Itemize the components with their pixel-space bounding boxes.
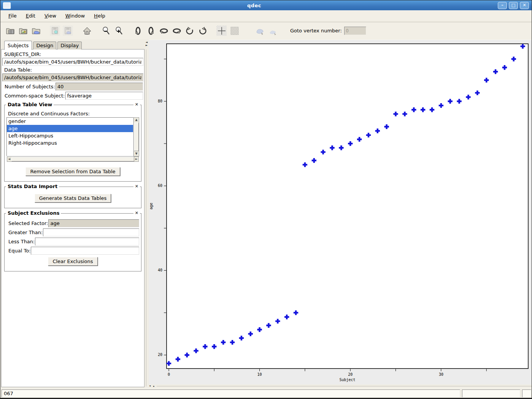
stats-data-import-close-icon[interactable]: ✕ — [133, 184, 140, 189]
subject-exclusions-title: Subject Exclusions — [6, 210, 61, 216]
scroll-down-icon[interactable]: ▼ — [134, 152, 138, 156]
scroll-up-icon[interactable]: ▲ — [134, 118, 138, 122]
subject-exclusions-group: Subject Exclusions ✕ Selected Factor: Gr… — [4, 213, 141, 271]
factors-listwrap: genderageLeft-HippocampusRight-Hippocamp… — [6, 117, 139, 162]
close-button[interactable]: ✕ — [520, 2, 529, 9]
y-tick-label: 80 — [158, 99, 162, 103]
qdec-window: qdec – □ ✕ FileEditViewWindowHelp — [0, 0, 532, 399]
factors-hscrollbar[interactable]: ◄ ► — [7, 156, 139, 162]
less-than-input[interactable] — [35, 238, 139, 246]
statusbar: 067 — [0, 388, 532, 398]
subjects-dir-input[interactable] — [2, 58, 143, 66]
window-controls: – □ ✕ — [498, 2, 529, 9]
selected-factor-input — [48, 219, 139, 227]
plot-area[interactable] — [167, 44, 528, 369]
hscroll-thumb[interactable] — [11, 157, 134, 161]
home-reset-view-icon[interactable] — [82, 26, 92, 36]
menu-view[interactable]: View — [41, 11, 60, 20]
y-tick-label: 40 — [158, 268, 162, 272]
x-tick-label: 0 — [168, 372, 170, 377]
subjects-dir-label: SUBJECTS_DIR: — [4, 51, 141, 57]
y-tick-label: 20 — [158, 353, 162, 357]
crosshair-pick-icon[interactable] — [216, 26, 227, 36]
status-message: 067 — [2, 389, 460, 397]
rotate-right-icon[interactable] — [172, 26, 182, 36]
show-curvature-icon — [254, 26, 265, 36]
splitter-collapse-right-icon[interactable]: ► — [146, 44, 148, 47]
greater-than-label: Greater Than: — [8, 230, 43, 235]
greater-than-input[interactable] — [43, 228, 139, 236]
menubar: FileEditViewWindowHelp — [0, 10, 532, 22]
show-overlay-icon — [267, 26, 278, 36]
equal-to-input[interactable] — [31, 247, 139, 255]
list-item-factor-right-hippocampus[interactable]: Right-Hippocampus — [7, 139, 133, 147]
zoom-out-icon[interactable] — [101, 26, 111, 36]
x-tick-label: 30 — [439, 372, 443, 377]
splitter-groove — [157, 386, 532, 387]
open-data-table-icon[interactable] — [5, 26, 15, 36]
subject-exclusions-close-icon[interactable]: ✕ — [133, 211, 140, 215]
factors-label: Discrete and Continuous Factors: — [8, 111, 138, 117]
factors-vscrollbar[interactable]: ▲ ▼ — [133, 117, 139, 156]
goto-vertex-input[interactable] — [344, 27, 366, 35]
data-table-view-close-icon[interactable]: ✕ — [133, 102, 140, 107]
zoom-in-icon[interactable] — [114, 26, 124, 36]
clear-exclusions-button[interactable]: Clear Exclusions — [48, 257, 97, 266]
num-subjects-label: Number of Subjects: — [5, 84, 55, 89]
rotate-up-icon[interactable] — [133, 26, 143, 36]
window-title: qdec — [11, 3, 498, 8]
scroll-right-icon[interactable]: ► — [135, 157, 138, 161]
minimize-button[interactable]: – — [498, 2, 507, 9]
splitter-collapse-up-icon[interactable]: ▴ — [153, 385, 155, 388]
screenshot-icon — [229, 26, 240, 36]
generate-stats-button[interactable]: Generate Stats Data Tables — [35, 194, 111, 203]
menu-window[interactable]: Window — [62, 11, 88, 20]
scroll-left-icon[interactable]: ◄ — [7, 157, 11, 161]
splitter-groove — [146, 49, 147, 386]
splitter-collapse-left-icon[interactable]: ◄ — [146, 41, 148, 44]
x-tick-label: 20 — [348, 372, 353, 377]
list-item-factor-gender[interactable]: gender — [7, 118, 133, 125]
stats-data-import-group: Stats Data Import ✕ Generate Stats Data … — [4, 187, 141, 208]
splitter-collapse-down-icon[interactable]: ▾ — [149, 385, 151, 388]
common-space-input[interactable] — [65, 92, 143, 100]
rotate-down-icon[interactable] — [146, 26, 156, 36]
selected-factor-label: Selected Factor: — [8, 220, 48, 226]
titlebar: qdec – □ ✕ — [0, 0, 532, 10]
horizontal-splitter[interactable]: ▾ ▴ — [149, 385, 532, 388]
roll-clockwise-icon[interactable] — [197, 26, 208, 36]
window-menu-icon[interactable] — [3, 2, 11, 9]
data-table-view-group: Data Table View ✕ Discrete and Continuou… — [4, 105, 141, 182]
equal-to-label: Equal To: — [8, 248, 30, 254]
toolbar: Goto vertex number: — [0, 22, 532, 39]
y-axis-label: age — [149, 203, 153, 209]
open-surface-icon[interactable] — [31, 26, 41, 36]
age-vs-subject-scatter-chart[interactable]: 010203020406080Subjectage — [149, 40, 532, 385]
menu-help[interactable]: Help — [91, 11, 109, 20]
vertical-splitter[interactable]: ◄ ► — [145, 40, 149, 387]
menu-file[interactable]: File — [5, 11, 20, 20]
roll-counterclockwise-icon[interactable] — [184, 26, 195, 36]
tab-design[interactable]: Design — [33, 41, 56, 49]
list-item-factor-left-hippocampus[interactable]: Left-Hippocampus — [7, 132, 133, 139]
rotate-left-icon[interactable] — [159, 26, 169, 36]
subjects-panel: SUBJECTS_DIR: Data Table: Number of Subj… — [1, 49, 145, 387]
tab-subjects[interactable]: Subjects — [4, 41, 32, 50]
data-table-view-title: Data Table View — [6, 102, 54, 107]
y-tick-label: 60 — [158, 184, 162, 188]
save-project-icon — [63, 26, 73, 36]
maximize-button[interactable]: □ — [509, 2, 518, 9]
x-tick-label: 10 — [257, 372, 262, 377]
vscroll-thumb[interactable] — [134, 123, 139, 151]
list-item-factor-age[interactable]: age — [7, 125, 133, 132]
data-table-label: Data Table: — [4, 67, 141, 73]
open-project-icon[interactable] — [18, 26, 28, 36]
less-than-label: Less Than: — [8, 239, 35, 244]
stats-data-import-title: Stats Data Import — [6, 184, 59, 189]
menu-edit[interactable]: Edit — [22, 11, 39, 20]
factors-listbox[interactable]: genderageLeft-HippocampusRight-Hippocamp… — [6, 117, 133, 156]
scatter-plot-panel[interactable]: 010203020406080Subjectage — [149, 40, 532, 385]
common-space-label: Common-space Subject: — [5, 93, 65, 99]
tab-display[interactable]: Display — [57, 41, 82, 49]
remove-selection-button[interactable]: Remove Selection from Data Table — [25, 167, 120, 176]
